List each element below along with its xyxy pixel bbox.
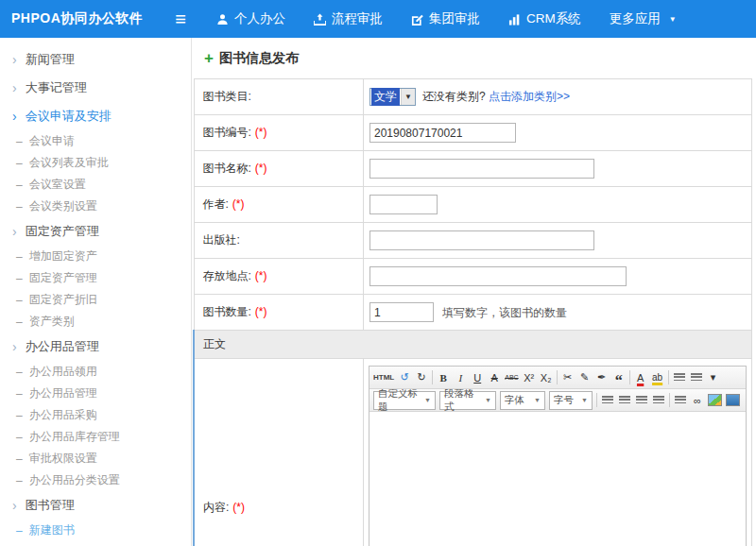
author-input[interactable]: [369, 195, 438, 214]
book-quantity-input[interactable]: [369, 302, 434, 322]
field-value-cell: [364, 115, 752, 151]
chevron-right-icon: ›: [12, 109, 17, 124]
sidebar-item[interactable]: –会议列表及审批: [0, 152, 191, 174]
paragraph-format-select[interactable]: 段落格式▼: [439, 391, 496, 410]
form-rows-body: 图书类目:文学▼还没有类别? 点击添加类别>>图书编号:(*)图书名称:(*)作…: [194, 79, 752, 331]
align-right-button[interactable]: [633, 391, 650, 410]
dash-icon: –: [16, 294, 23, 307]
main-content: + 图书信息发布 图书类目:文学▼还没有类别? 点击添加类别>>图书编号:(*)…: [193, 38, 756, 546]
clear-format-button[interactable]: ✒: [593, 368, 610, 387]
sidebar-item[interactable]: –会议申请: [0, 130, 191, 152]
chevron-right-icon: ›: [12, 498, 17, 513]
sidebar-item[interactable]: –审批权限设置: [0, 448, 191, 469]
link-button[interactable]: ∞: [689, 391, 706, 410]
align-justify-button[interactable]: [650, 391, 667, 410]
unordered-list-button[interactable]: [688, 368, 705, 387]
sidebar-item[interactable]: –资产类别: [0, 311, 191, 333]
sidebar-item[interactable]: –固定资产管理: [0, 267, 191, 289]
html-source-button[interactable]: HTML: [371, 368, 396, 387]
indent-button[interactable]: [672, 391, 689, 410]
sidebar-item-label: 会议列表及审批: [29, 155, 109, 171]
sidebar-item[interactable]: –会议类别设置: [0, 196, 191, 217]
sidebar-item[interactable]: –新建图书: [0, 520, 191, 541]
sidebar-group-5[interactable]: ›图书管理: [0, 491, 191, 520]
field-value-cell: 填写数字，该图书的数量: [364, 295, 752, 331]
subscript-button[interactable]: X₂: [538, 368, 555, 387]
sidebar-item[interactable]: –会议室设置: [0, 174, 191, 196]
nav-personal-office[interactable]: 个人办公: [202, 0, 300, 38]
redo-button[interactable]: ↻: [413, 368, 430, 387]
align-center-button[interactable]: [616, 391, 633, 410]
dash-icon: –: [16, 200, 23, 213]
sidebar-item[interactable]: –办公用品库存管理: [0, 426, 191, 448]
nav-workflow-approval[interactable]: 流程审批: [300, 0, 397, 38]
dash-icon: –: [16, 366, 23, 379]
sidebar-group-0[interactable]: ›新闻管理: [0, 45, 191, 74]
blockquote-button[interactable]: “: [610, 368, 627, 387]
sidebar-group-1[interactable]: ›大事记管理: [0, 74, 191, 102]
bold-button[interactable]: B: [435, 368, 452, 387]
nav-label: CRM系统: [526, 10, 581, 27]
sidebar-item[interactable]: –图书管理: [0, 541, 191, 546]
form-row-book-quantity: 图书数量:(*)填写数字，该图书的数量: [194, 295, 752, 331]
dash-icon: –: [16, 524, 23, 537]
nav-group-approval[interactable]: 集团审批: [397, 0, 494, 38]
content-row: 内容:(*) HTML↺↻BIUAABCX²X₂✂✎✒“Aab▾ 自定义标题▼段…: [194, 359, 752, 546]
select-label: 自定义标题: [378, 389, 421, 412]
sidebar-item[interactable]: –办公用品采购: [0, 404, 191, 426]
book-name-input[interactable]: [369, 159, 594, 179]
menu-toggle-icon[interactable]: ≡: [159, 0, 202, 38]
underline-button[interactable]: U: [469, 368, 486, 387]
highlight-color-button[interactable]: ab: [649, 368, 666, 387]
nav-label: 个人办公: [234, 10, 285, 27]
sidebar-item[interactable]: –增加固定资产: [0, 246, 191, 267]
sidebar-item[interactable]: –固定资产折旧: [0, 289, 191, 311]
ordered-list-button[interactable]: [671, 368, 688, 387]
dash-icon: –: [16, 452, 23, 466]
sidebar-group-2[interactable]: ›会议申请及安排: [0, 102, 191, 130]
field-label-cell: 作者:(*): [194, 187, 364, 223]
custom-title-select[interactable]: 自定义标题▼: [373, 391, 436, 410]
sidebar-item[interactable]: –办公用品领用: [0, 361, 191, 383]
font-size-select[interactable]: 字号▼: [549, 391, 593, 410]
sidebar-item-label: 固定资产折旧: [29, 292, 97, 308]
required-mark: (*): [255, 126, 267, 139]
sidebar-item[interactable]: –办公用品管理: [0, 383, 191, 404]
sidebar-group-3[interactable]: ›固定资产管理: [0, 217, 191, 246]
storage-location-input[interactable]: [369, 266, 627, 286]
nav-more-apps[interactable]: 更多应用▼: [595, 0, 691, 38]
field-label-cell: 图书名称:(*): [194, 151, 364, 187]
font-color-button[interactable]: A: [632, 368, 649, 387]
format-painter-button[interactable]: ✎: [576, 368, 593, 387]
publisher-input[interactable]: [369, 230, 594, 250]
rich-text-editor: HTML↺↻BIUAABCX²X₂✂✎✒“Aab▾ 自定义标题▼段落格式▼字体▼…: [369, 366, 747, 546]
align-left-button[interactable]: [599, 391, 616, 410]
form-row-author: 作者:(*): [194, 187, 752, 223]
spellcheck-button[interactable]: ABC: [503, 368, 520, 387]
sidebar-item-label: 新建图书: [29, 522, 75, 538]
toolbar-separator: [557, 370, 558, 384]
strikethrough-button[interactable]: A: [486, 368, 503, 387]
sidebar-group-4[interactable]: ›办公用品管理: [0, 333, 191, 361]
field-label-cell: 存放地点:(*): [194, 259, 364, 295]
undo-button[interactable]: ↺: [396, 368, 413, 387]
required-mark: (*): [232, 197, 245, 211]
insert-image-button[interactable]: [706, 391, 724, 410]
insert-media-button[interactable]: [724, 391, 742, 410]
field-value-cell: [364, 151, 752, 187]
book-category-select[interactable]: 文学▼: [369, 88, 416, 106]
sidebar-group-label: 会议申请及安排: [26, 108, 112, 125]
superscript-button[interactable]: X²: [521, 368, 538, 387]
sidebar-item[interactable]: –办公用品分类设置: [0, 469, 191, 491]
add-category-link[interactable]: 点击添加类别>>: [489, 90, 570, 103]
eraser-button[interactable]: ✂: [559, 368, 576, 387]
editor-content-area[interactable]: [369, 412, 746, 546]
book-number-input[interactable]: [369, 123, 516, 143]
italic-button[interactable]: I: [452, 368, 469, 387]
more-tools-button[interactable]: ▾: [705, 368, 722, 387]
nav-crm-system[interactable]: CRM系统: [494, 0, 595, 38]
field-label: 图书数量:: [203, 305, 251, 318]
sidebar-group-label: 大事记管理: [26, 79, 87, 96]
nav-label: 更多应用: [610, 10, 661, 27]
font-family-select[interactable]: 字体▼: [500, 391, 545, 410]
